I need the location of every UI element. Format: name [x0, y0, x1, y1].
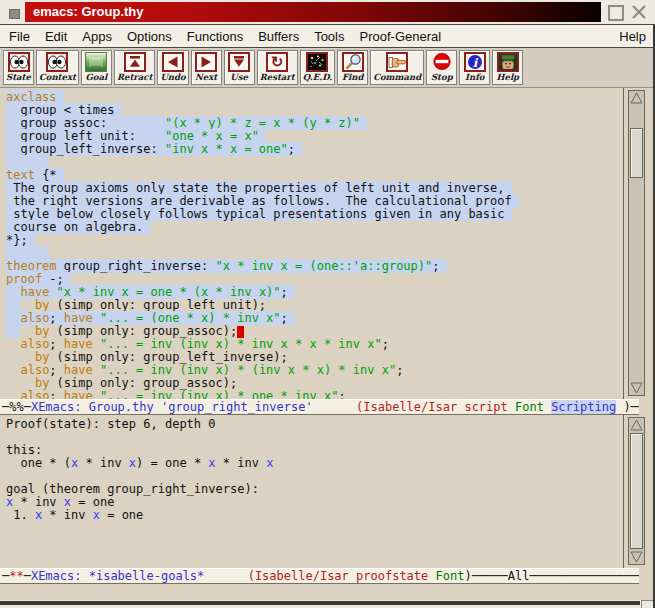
- goal-line: [6, 431, 623, 444]
- toolbar-button-undo[interactable]: Undo: [157, 50, 188, 85]
- stop-sign-icon: [431, 52, 453, 72]
- toolbar-button-find[interactable]: Find: [337, 50, 368, 85]
- script-modeline: ─%%─XEmacs: Group.thy 'group_right_inver…: [0, 399, 639, 415]
- code-line: [6, 156, 623, 169]
- goal-line: one * (x * inv x) = one * x * inv x: [6, 457, 623, 470]
- toolbar-button-label: Undo: [160, 72, 185, 83]
- window-frame-bar: [0, 601, 640, 605]
- svg-text:↻: ↻: [271, 53, 284, 70]
- toolbar-button-label: Retract: [117, 72, 153, 83]
- scroll-up-icon[interactable]: [630, 419, 643, 431]
- menu-item-proof-general[interactable]: Proof-General: [360, 29, 442, 44]
- toolbar-button-qed[interactable]: Q.E.D.: [300, 50, 335, 85]
- goal-line: Proof(state): step 6, depth 0: [6, 418, 623, 431]
- toolbar-button-label: Restart: [260, 72, 295, 83]
- toolbar-button-label: Info: [465, 72, 484, 83]
- goals-scrollbar[interactable]: [628, 417, 645, 565]
- scroll-up-icon[interactable]: [630, 92, 643, 104]
- scroll-down-icon[interactable]: [630, 382, 643, 394]
- toolbar-button-help[interactable]: Help: [492, 50, 523, 85]
- toolbar-button-goal[interactable]: Goal: [81, 50, 112, 85]
- scroll-down-icon[interactable]: [630, 551, 643, 563]
- window-title: emacs: Group.thy: [25, 2, 601, 22]
- undo-triangle-icon: [162, 52, 184, 72]
- retract-icon: [124, 52, 146, 72]
- toolbar: State Context Goal Retract Undo Next Use…: [0, 48, 655, 88]
- menu-item-edit[interactable]: Edit: [45, 29, 67, 44]
- use-icon: [228, 52, 250, 72]
- toolbar-button-label: Stop: [431, 72, 453, 83]
- menu-item-functions[interactable]: Functions: [187, 29, 243, 44]
- toolbar-button-use[interactable]: Use: [224, 50, 255, 85]
- goals-buffer[interactable]: Proof(state): step 6, depth 0this: one *…: [0, 415, 623, 568]
- echo-area[interactable]: [0, 585, 655, 600]
- toolbar-button-label: Help: [496, 72, 519, 83]
- toolbar-button-stop[interactable]: Stop: [426, 50, 457, 85]
- pointing-hand-icon: [386, 52, 408, 72]
- maximize-button[interactable]: [608, 5, 624, 21]
- menu-item-tools[interactable]: Tools: [314, 29, 344, 44]
- toolbar-button-label: Next: [195, 72, 217, 83]
- goal-picture-icon: [85, 52, 107, 72]
- restart-icon: ↻: [266, 52, 288, 72]
- code-line: theorem group_right_inverse: "x * inv x …: [6, 260, 623, 273]
- eyes-icon: [8, 52, 30, 72]
- xemacs-window: emacs: Group.thy FileEditAppsOptionsFunc…: [0, 0, 655, 608]
- toolbar-button-next[interactable]: Next: [191, 50, 222, 85]
- menu-item-apps[interactable]: Apps: [82, 29, 112, 44]
- menu-item-buffers[interactable]: Buffers: [258, 29, 299, 44]
- close-icon: [630, 3, 648, 21]
- toolbar-button-label: Context: [39, 72, 76, 83]
- scrollbar-divider: [623, 88, 624, 399]
- scrollbar-thumb[interactable]: [630, 128, 643, 178]
- toolbar-button-state[interactable]: State: [3, 50, 34, 85]
- magnifier-icon: [342, 52, 364, 72]
- toolbar-button-label: Use: [230, 72, 248, 83]
- code-line: course on algebra.: [6, 221, 623, 234]
- menubar: FileEditAppsOptionsFunctionsBuffersTools…: [0, 24, 655, 48]
- code-line: group_left_inverse: "inv x * x = one";: [6, 143, 623, 156]
- eyes-icon: [46, 52, 68, 72]
- scrollbar-thumb[interactable]: [630, 433, 643, 549]
- toolbar-button-label: State: [6, 72, 31, 83]
- next-triangle-icon: [195, 52, 217, 72]
- close-button[interactable]: [630, 3, 648, 21]
- toolbar-button-restart[interactable]: ↻Restart: [257, 50, 298, 85]
- titlebar: emacs: Group.thy: [0, 0, 655, 24]
- toolbar-button-info[interactable]: iInfo: [459, 50, 490, 85]
- goal-line: 1. x * inv x = one: [6, 509, 623, 522]
- toolbar-button-context[interactable]: Context: [36, 50, 79, 85]
- scrollbar-divider: [623, 415, 624, 568]
- goals-modeline: ─**─XEmacs: *isabelle-goals* (Isabelle/I…: [0, 568, 639, 584]
- menu-item-file[interactable]: File: [9, 29, 30, 44]
- toolbar-button-label: Find: [342, 72, 363, 83]
- toolbar-button-command[interactable]: Command: [370, 50, 424, 85]
- code-line: *};: [6, 234, 623, 247]
- menu-item-options[interactable]: Options: [127, 29, 172, 44]
- toolbar-button-label: Command: [373, 72, 421, 83]
- toolbar-button-retract[interactable]: Retract: [114, 50, 156, 85]
- script-buffer[interactable]: axclass group < times group_assoc: "(x *…: [0, 88, 623, 399]
- info-icon: i: [464, 52, 486, 72]
- fireworks-icon: [306, 52, 328, 72]
- toolbar-button-label: Goal: [86, 72, 108, 83]
- code-line: also; have "... = inv (inv x) * one * in…: [6, 390, 623, 399]
- toolbar-button-label: Q.E.D.: [303, 72, 332, 83]
- script-scrollbar[interactable]: [628, 90, 645, 396]
- menu-item-help[interactable]: Help: [619, 29, 646, 44]
- window-menu-icon[interactable]: [9, 9, 20, 19]
- officer-icon: [497, 52, 519, 72]
